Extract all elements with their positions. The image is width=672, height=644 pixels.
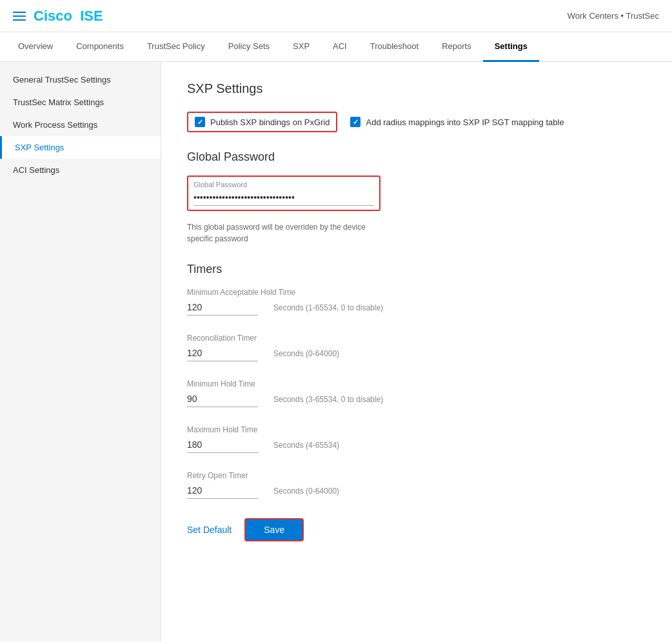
content-area: SXP Settings Publish SXP bindings on PxG… <box>161 62 672 641</box>
checkbox-radius-label: Add radius mappings into SXP IP SGT mapp… <box>366 117 564 127</box>
save-button[interactable]: Save <box>244 518 304 541</box>
nav-tab-settings[interactable]: Settings <box>483 32 539 62</box>
timer-unit-max-hold-time: Seconds (4-65534) <box>273 441 339 450</box>
checkbox-radius-wrapper: Add radius mappings into SXP IP SGT mapp… <box>350 117 564 127</box>
global-password-section-title: Global Password <box>187 150 646 164</box>
timer-row-min-hold-time: Seconds (3-65534, 0 to disable) <box>187 391 646 407</box>
checkbox-publish-sxp[interactable] <box>195 117 205 127</box>
sidebar-item-general-trustsec[interactable]: General TrustSec Settings <box>0 68 161 91</box>
timer-unit-min-hold-time: Seconds (3-65534, 0 to disable) <box>273 395 383 404</box>
sidebar-item-sxp-settings[interactable]: SXP Settings <box>0 136 161 159</box>
timer-unit-retry-open: Seconds (0-64000) <box>273 487 339 496</box>
global-password-field-wrapper: Global Password <box>187 176 380 211</box>
timer-label-min-hold-time: Minimum Hold Time <box>187 379 646 388</box>
timer-group-max-hold-time: Maximum Hold TimeSeconds (4-65534) <box>187 425 646 453</box>
nav-tab-sxp[interactable]: SXP <box>281 32 321 62</box>
breadcrumb: Work Centers • TrustSec <box>568 11 659 21</box>
timer-input-max-hold-time[interactable] <box>187 437 258 453</box>
checkbox-row: Publish SXP bindings on PxGrid Add radiu… <box>187 112 646 132</box>
nav-tab-troubleshoot[interactable]: Troubleshoot <box>359 32 430 62</box>
timers-section-title: Timers <box>187 263 646 276</box>
timers-section: Timers Minimum Acceptable Hold TimeSecon… <box>187 263 646 499</box>
checkbox-publish-sxp-wrapper: Publish SXP bindings on PxGrid <box>187 112 337 132</box>
sidebar-item-trustsec-matrix[interactable]: TrustSec Matrix Settings <box>0 91 161 114</box>
timer-row-retry-open: Seconds (0-64000) <box>187 483 646 499</box>
checkbox-publish-sxp-label: Publish SXP bindings on PxGrid <box>210 117 330 127</box>
action-row: Set Default Save <box>187 518 646 541</box>
nav-tab-trustsec-policy[interactable]: TrustSec Policy <box>135 32 217 62</box>
timer-label-min-hold: Minimum Acceptable Hold Time <box>187 288 646 297</box>
timer-input-reconciliation[interactable] <box>187 345 258 361</box>
app-logo: Cisco ISE <box>34 8 103 25</box>
page-title: SXP Settings <box>187 81 646 96</box>
sidebar-item-aci-settings[interactable]: ACI Settings <box>0 159 161 181</box>
set-default-button[interactable]: Set Default <box>187 519 232 540</box>
timer-label-reconciliation: Reconciliation Timer <box>187 334 646 343</box>
sidebar: General TrustSec SettingsTrustSec Matrix… <box>0 62 161 641</box>
timer-unit-min-hold: Seconds (1-65534, 0 to disable) <box>273 303 383 312</box>
timer-label-retry-open: Retry Open Timer <box>187 471 646 480</box>
nav-tab-overview[interactable]: Overview <box>6 32 64 62</box>
timer-unit-reconciliation: Seconds (0-64000) <box>273 349 339 358</box>
timer-input-min-hold[interactable] <box>187 299 258 316</box>
global-password-hint: This global password will be overriden b… <box>187 221 380 245</box>
timer-row-min-hold: Seconds (1-65534, 0 to disable) <box>187 299 646 316</box>
global-password-label: Global Password <box>193 181 374 188</box>
timer-row-reconciliation: Seconds (0-64000) <box>187 345 646 361</box>
nav-tab-components[interactable]: Components <box>64 32 135 62</box>
nav-tab-policy-sets[interactable]: Policy Sets <box>217 32 281 62</box>
checkbox-radius[interactable] <box>350 117 361 127</box>
logo-cisco: Cisco <box>34 8 72 24</box>
timer-label-max-hold-time: Maximum Hold Time <box>187 425 646 434</box>
main-layout: General TrustSec SettingsTrustSec Matrix… <box>0 62 672 641</box>
sidebar-item-work-process[interactable]: Work Process Settings <box>0 114 161 136</box>
top-bar: Cisco ISE Work Centers • TrustSec <box>0 0 672 32</box>
timer-row-max-hold-time: Seconds (4-65534) <box>187 437 646 453</box>
global-password-input[interactable] <box>193 190 374 206</box>
logo-ise: ISE <box>80 8 103 24</box>
timer-input-min-hold-time[interactable] <box>187 391 258 407</box>
timer-group-reconciliation: Reconciliation TimerSeconds (0-64000) <box>187 334 646 361</box>
timer-group-min-hold: Minimum Acceptable Hold TimeSeconds (1-6… <box>187 288 646 316</box>
hamburger-menu[interactable] <box>13 12 26 21</box>
timer-group-min-hold-time: Minimum Hold TimeSeconds (3-65534, 0 to … <box>187 379 646 407</box>
nav-tab-aci[interactable]: ACI <box>321 32 359 62</box>
timer-input-retry-open[interactable] <box>187 483 258 499</box>
nav-tabs: OverviewComponentsTrustSec PolicyPolicy … <box>0 32 672 62</box>
timer-group-retry-open: Retry Open TimerSeconds (0-64000) <box>187 471 646 499</box>
nav-tab-reports[interactable]: Reports <box>430 32 483 62</box>
